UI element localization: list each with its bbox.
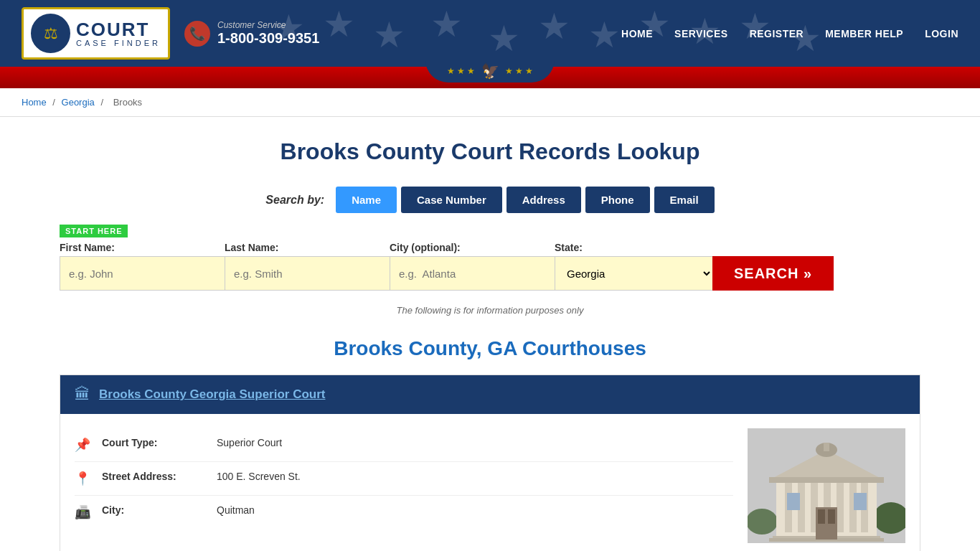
breadcrumb-sep-2: / xyxy=(100,97,105,108)
city-field-value: Quitman xyxy=(217,504,255,516)
courthouse-card: 🏛 Brooks County Georgia Superior Court 📌… xyxy=(60,375,920,551)
header: ★ ★ ★ ★ ★ ★ ★ ★ ★ ★ ★ ⚖ COURT CASE FINDE… xyxy=(0,0,980,67)
red-banner: ★ ★ ★ 🦅 ★ ★ ★ xyxy=(0,67,980,88)
breadcrumb: Home / Georgia / Brooks xyxy=(0,88,980,117)
courthouse-info: 📌 Court Type: Superior Court 📍 Street Ad… xyxy=(75,428,733,543)
cs-label: Customer Service xyxy=(217,20,319,30)
courthouse-header: 🏛 Brooks County Georgia Superior Court xyxy=(60,375,920,414)
first-name-group: First Name: xyxy=(60,242,225,291)
logo-text: COURT CASE FINDER xyxy=(76,20,161,47)
logo: ⚖ COURT CASE FINDER xyxy=(22,7,170,60)
eagle-stars-right: ★ ★ ★ xyxy=(505,66,534,76)
state-group: State: Georgia Alabama Alaska Arizona Ar… xyxy=(555,242,712,291)
courthouses-title: Brooks County, GA Courthouses xyxy=(60,337,920,360)
svg-rect-17 xyxy=(828,509,835,524)
city-row: 📠 City: Quitman xyxy=(75,496,733,529)
search-button[interactable]: SEARCH » xyxy=(712,256,834,291)
tab-phone[interactable]: Phone xyxy=(585,187,650,213)
svg-rect-16 xyxy=(818,509,825,524)
last-name-label: Last Name: xyxy=(225,242,390,253)
first-name-input[interactable] xyxy=(60,256,225,291)
eagle-container: ★ ★ ★ 🦅 ★ ★ ★ xyxy=(425,60,555,83)
courthouse-icon: 🏛 xyxy=(75,385,90,404)
svg-point-1 xyxy=(748,509,778,534)
state-label: State: xyxy=(555,242,712,253)
tab-email[interactable]: Email xyxy=(654,187,715,213)
court-type-icon: 📌 xyxy=(75,437,96,453)
nav-member-help[interactable]: MEMBER HELP xyxy=(825,28,903,39)
phone-icon: 📞 xyxy=(184,21,210,47)
city-input[interactable] xyxy=(390,256,555,291)
search-by-row: Search by: Name Case Number Address Phon… xyxy=(60,187,920,213)
tab-name[interactable]: Name xyxy=(336,187,397,213)
courthouse-image xyxy=(748,428,905,543)
first-name-label: First Name: xyxy=(60,242,225,253)
info-note: The following is for information purpose… xyxy=(60,305,920,316)
page-title: Brooks County Court Records Lookup xyxy=(60,138,920,165)
logo-court-label: COURT xyxy=(76,20,161,39)
court-type-value: Superior Court xyxy=(217,437,282,448)
nav-register[interactable]: REGISTER xyxy=(750,28,804,39)
svg-rect-19 xyxy=(854,493,867,510)
svg-rect-12 xyxy=(769,477,884,483)
tab-case-number[interactable]: Case Number xyxy=(401,187,502,213)
cs-text: Customer Service 1-800-309-9351 xyxy=(217,20,319,47)
courthouse-name-link[interactable]: Brooks County Georgia Superior Court xyxy=(99,387,325,402)
court-type-label: Court Type: xyxy=(102,437,217,448)
city-field-label: City: xyxy=(102,504,217,516)
state-select[interactable]: Georgia Alabama Alaska Arizona Arkansas … xyxy=(555,256,712,291)
main-nav: HOME SERVICES REGISTER MEMBER HELP LOGIN xyxy=(621,28,958,39)
street-address-label: Street Address: xyxy=(102,471,217,482)
breadcrumb-home[interactable]: Home xyxy=(22,97,47,108)
city-icon: 📠 xyxy=(75,504,96,520)
search-form-row: First Name: Last Name: City (optional): … xyxy=(60,242,920,291)
start-here-badge: START HERE xyxy=(60,225,128,237)
logo-emblem: ⚖ xyxy=(31,14,70,53)
court-type-row: 📌 Court Type: Superior Court xyxy=(75,428,733,462)
street-address-row: 📍 Street Address: 100 E. Screven St. xyxy=(75,462,733,496)
breadcrumb-current: Brooks xyxy=(113,97,142,108)
eagle-stars-left: ★ ★ ★ xyxy=(447,66,476,76)
search-by-label: Search by: xyxy=(265,194,324,207)
cs-phone: 1-800-309-9351 xyxy=(217,30,319,47)
city-group: City (optional): xyxy=(390,242,555,291)
courthouse-body: 📌 Court Type: Superior Court 📍 Street Ad… xyxy=(60,414,920,551)
breadcrumb-sep-1: / xyxy=(52,97,57,108)
eagle-icon: 🦅 xyxy=(481,62,499,80)
customer-service: 📞 Customer Service 1-800-309-9351 xyxy=(184,20,319,47)
city-label: City (optional): xyxy=(390,242,555,253)
last-name-input[interactable] xyxy=(225,256,390,291)
nav-services[interactable]: SERVICES xyxy=(674,28,728,39)
logo-case-finder-label: CASE FINDER xyxy=(76,39,161,47)
tab-address[interactable]: Address xyxy=(507,187,581,213)
nav-login[interactable]: LOGIN xyxy=(925,28,958,39)
street-address-value: 100 E. Screven St. xyxy=(217,471,301,482)
svg-rect-8 xyxy=(837,482,844,532)
nav-home[interactable]: HOME xyxy=(621,28,653,39)
last-name-group: Last Name: xyxy=(225,242,390,291)
search-form-container: START HERE First Name: Last Name: City (… xyxy=(60,225,920,291)
main-content: Brooks County Court Records Lookup Searc… xyxy=(31,117,949,551)
address-icon: 📍 xyxy=(75,471,96,486)
svg-rect-18 xyxy=(787,493,800,510)
breadcrumb-georgia[interactable]: Georgia xyxy=(62,97,95,108)
header-left: ⚖ COURT CASE FINDER 📞 Customer Service 1… xyxy=(22,7,319,60)
svg-rect-21 xyxy=(824,443,829,451)
